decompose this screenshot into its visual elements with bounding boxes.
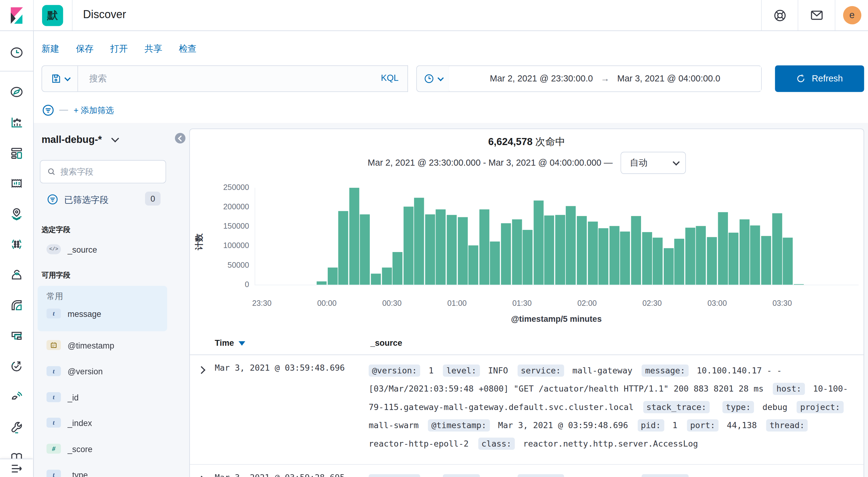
expand-menu-icon[interactable] [9,461,24,476]
menu-save[interactable]: 保存 [76,43,94,55]
help-button[interactable] [761,0,798,30]
enterprise-search-icon[interactable] [9,268,24,282]
menu-inspect[interactable]: 检查 [179,43,196,55]
sort-desc-icon[interactable] [238,341,245,346]
histogram-bar[interactable] [425,214,435,285]
field-search-input[interactable]: 搜索字段 [60,167,93,177]
histogram-bar[interactable] [393,252,403,285]
field-search-box[interactable]: 搜索字段 [40,160,166,183]
histogram-bar[interactable] [707,237,717,285]
canvas-icon[interactable] [9,176,24,190]
recently-viewed-icon[interactable] [9,46,24,60]
histogram-bar[interactable] [501,223,511,285]
user-menu[interactable]: e [835,0,868,30]
histogram-bar[interactable] [371,274,381,285]
histogram-bar[interactable] [588,221,598,285]
field-item-score[interactable]: # _score [46,444,92,454]
add-filter-button[interactable]: + 添加筛选 [74,105,114,116]
histogram-bar[interactable] [436,209,446,285]
space-badge[interactable]: 默 [42,5,63,26]
field-item-message[interactable]: t message [46,308,101,319]
histogram-bar[interactable] [338,211,348,285]
histogram-bar[interactable] [599,228,609,285]
field-item-index[interactable]: t _index [46,418,92,427]
filter-icon[interactable] [41,103,55,117]
histogram-bar[interactable] [772,213,782,285]
dev-tools-icon[interactable] [9,420,24,434]
maps-icon[interactable] [9,207,24,221]
saved-query-button[interactable] [41,65,78,92]
field-item-source[interactable]: </> _source [46,244,97,254]
histogram-bar[interactable] [642,232,652,285]
histogram-bar[interactable] [620,232,630,285]
histogram-bar[interactable] [761,236,771,285]
index-pattern-switcher[interactable]: mall-debug-* [41,134,118,146]
quick-select-button[interactable] [417,66,450,91]
histogram-bar[interactable] [675,239,685,285]
histogram-bar[interactable] [533,201,544,285]
interval-select[interactable]: 自动 [620,152,686,174]
histogram-bar[interactable] [490,241,500,285]
histogram-bar[interactable] [360,214,370,285]
histogram-bar[interactable] [696,226,706,285]
collapse-sidebar-button[interactable] [175,133,186,144]
histogram-bar[interactable] [544,216,554,285]
field-item-timestamp[interactable]: @timestamp [46,340,114,350]
histogram-bar[interactable] [783,237,793,285]
histogram-bar[interactable] [468,245,478,285]
avatar[interactable]: e [843,6,861,24]
histogram-bar[interactable] [653,238,663,285]
machine-learning-icon[interactable] [9,237,24,251]
menu-new[interactable]: 新建 [41,43,59,55]
field-item-id[interactable]: t _id [46,392,79,402]
filtered-fields-toggle[interactable]: 已筛选字段 [64,195,108,206]
histogram-bar[interactable] [718,212,728,285]
histogram-bar[interactable] [577,216,587,285]
histogram-bar[interactable] [349,188,359,285]
histogram-bar[interactable] [685,228,695,285]
field-item-version[interactable]: t @version [46,366,102,376]
histogram-bar[interactable] [523,230,533,285]
dashboard-icon[interactable] [9,146,24,160]
metrics-icon[interactable] [9,329,24,343]
visualize-icon[interactable] [9,115,24,130]
histogram-bar[interactable] [750,225,761,285]
kql-button[interactable]: KQL [381,73,399,83]
time-range-start[interactable]: Mar 2, 2021 @ 23:30:00.0 [490,74,593,84]
histogram-bar[interactable] [631,216,641,285]
expand-row-icon[interactable] [197,366,205,374]
menu-open[interactable]: 打开 [110,43,128,55]
histogram-bar[interactable] [446,215,457,285]
histogram-bar[interactable] [739,219,749,285]
histogram-bar[interactable] [566,206,576,285]
refresh-button[interactable]: Refresh [775,65,864,92]
time-column-header[interactable]: Time [215,338,245,347]
histogram-bar[interactable] [609,226,620,285]
histogram-bar[interactable] [317,281,327,285]
histogram-bar[interactable] [458,217,468,285]
histogram-bar[interactable] [479,209,489,285]
histogram-bar[interactable] [414,198,425,285]
kibana-logo[interactable] [0,0,34,30]
discover-icon[interactable] [9,85,24,99]
apm-icon[interactable] [9,389,24,404]
space-switcher[interactable]: 默 [33,0,72,30]
uptime-icon[interactable] [9,359,24,374]
search-input[interactable]: 搜索 [89,73,107,85]
histogram-bar[interactable] [728,233,739,285]
search-bar[interactable]: 搜索 KQL [78,65,408,92]
histogram-bar[interactable] [403,207,413,285]
expand-row-icon[interactable] [197,476,205,477]
histogram-bar[interactable] [794,284,804,285]
field-badge: @version: [369,364,420,377]
histogram-bar[interactable] [328,268,338,285]
histogram-bar[interactable] [382,268,392,285]
menu-share[interactable]: 共享 [144,43,162,55]
time-range-end[interactable]: Mar 3, 2021 @ 04:00:00.0 [617,74,720,84]
field-item-type[interactable]: t _type [46,470,88,477]
logs-icon[interactable] [9,298,24,312]
histogram-bar[interactable] [512,219,522,285]
histogram-bar[interactable] [555,215,565,285]
histogram-bar[interactable] [663,248,674,285]
newsfeed-button[interactable] [798,0,835,30]
